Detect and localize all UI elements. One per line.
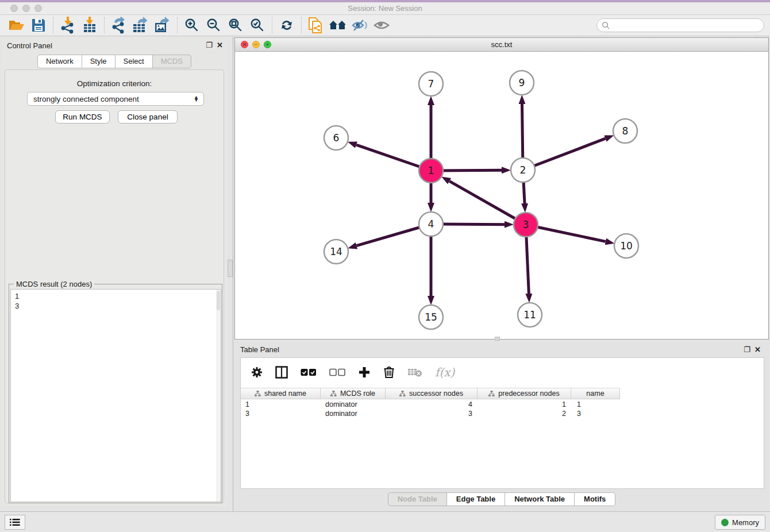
zoom-selected-icon[interactable] [247,16,268,34]
column-type-icon [330,391,337,397]
graph-edge-3-1[interactable] [449,181,526,225]
criterion-select[interactable]: strongly connected component ▲▼ [27,92,204,106]
tab-network-table[interactable]: Network Table [505,492,575,506]
export-image-icon[interactable] [152,16,174,34]
memory-button[interactable]: Memory [715,515,765,530]
table-row[interactable]: 1 dominator 4 1 1 [241,400,620,410]
new-network-from-selection-icon[interactable] [305,16,327,34]
column-header-mcds-role[interactable]: MCDS role [321,388,386,399]
tab-style[interactable]: Style [82,55,116,68]
show-graphics-details-icon[interactable] [371,16,392,34]
column-type-icon [255,391,261,397]
graph-node-label-15: 15 [425,311,437,323]
tab-select[interactable]: Select [116,55,153,68]
network-view-window: ✕ − + scc.txt 7968124314101511 [234,37,769,340]
result-scrollbar[interactable] [216,290,221,502]
import-table-icon[interactable] [79,16,101,34]
select-all-icon[interactable] [301,368,317,376]
hide-graphics-details-icon[interactable] [349,16,371,34]
main-toolbar [0,15,770,36]
tab-mcds[interactable]: MCDS [153,55,191,68]
graph-node-label-6: 6 [333,132,340,144]
close-panel-button[interactable]: Close panel [118,110,178,124]
float-table-panel-icon[interactable]: ❐ [744,345,750,354]
mcds-result-line: 1 [15,291,221,301]
control-panel: Control Panel ❐ ✕ Network Style Select M… [1,37,228,507]
network-canvas[interactable]: 7968124314101511 [235,52,768,339]
control-panel-tabs: Network Style Select MCDS [1,55,228,68]
network-graph[interactable]: 7968124314101511 [235,52,768,339]
tab-edge-table[interactable]: Edge Table [447,492,505,506]
mcds-result-line: 3 [15,301,221,311]
zoom-fit-icon[interactable] [225,16,247,34]
close-table-panel-icon[interactable]: ✕ [754,345,761,354]
result-scrollbar-thumb[interactable] [217,291,220,310]
network-minimize-button[interactable]: − [252,41,260,48]
panel-divider [233,37,233,511]
delete-table-icon[interactable] [407,367,422,377]
close-panel-icon[interactable]: ✕ [217,41,223,49]
mcds-result-group-title: MCDS result (2 nodes) [14,280,94,288]
task-history-button[interactable] [5,515,25,530]
open-file-icon[interactable] [6,16,28,34]
search-input[interactable] [610,21,754,30]
column-header-shared-name[interactable]: shared name [241,388,321,399]
graph-node-label-1: 1 [428,165,434,176]
table-panel-title: Table Panel [240,345,279,354]
graph-node-label-4: 4 [428,218,434,230]
memory-status-icon [721,519,729,526]
export-network-icon[interactable] [108,16,130,34]
window-minimize-button[interactable] [22,5,30,12]
network-maximize-button[interactable]: + [264,41,271,48]
float-panel-icon[interactable]: ❐ [206,41,213,49]
add-column-icon[interactable] [358,366,371,379]
delete-columns-icon[interactable] [383,366,395,379]
status-bar: Memory [0,511,770,532]
save-session-icon[interactable] [28,16,49,34]
table-header-row: shared name MCDS role successor nodes pr… [241,388,620,399]
panel-divider-handle[interactable] [228,260,233,277]
graph-node-label-9: 9 [519,77,525,88]
show-columns-icon[interactable] [275,366,288,379]
toolbar-separator [272,17,272,33]
network-window-title: scc.txt [235,38,768,51]
node-table-container: f(x) shared name MCDS role successor nod… [240,357,764,489]
graph-node-label-10: 10 [620,240,633,252]
column-header-name[interactable]: name [571,388,620,399]
table-panel: Table Panel ❐ ✕ f(x) [234,342,769,511]
window-zoom-button[interactable] [34,5,42,12]
toolbar-separator [177,17,178,33]
mcds-result-group: MCDS result (2 nodes) 1 3 [9,284,222,503]
deselect-all-icon[interactable] [329,368,345,376]
table-panel-tabs: Node Table Edge Table Network Table Moti… [234,492,769,506]
mcds-result-list[interactable]: 1 3 [10,289,221,502]
graph-node-label-2: 2 [520,164,526,176]
tab-network[interactable]: Network [37,55,82,68]
function-builder-icon[interactable]: f(x) [435,365,455,379]
column-type-icon [399,391,406,397]
tab-motifs[interactable]: Motifs [575,492,615,506]
network-close-button[interactable]: ✕ [241,41,248,48]
import-network-icon[interactable] [57,16,79,34]
window-close-button[interactable] [10,5,18,12]
memory-label: Memory [732,518,759,527]
zoom-in-icon[interactable] [181,16,203,34]
table-row[interactable]: 3 dominator 3 2 3 [241,410,620,419]
first-neighbors-icon[interactable] [327,16,349,34]
app-titlebar: Session: New Session [0,2,770,15]
tab-node-table[interactable]: Node Table [388,492,447,506]
zoom-out-icon[interactable] [203,16,225,34]
split-pane-handle[interactable] [495,337,500,341]
select-stepper-icon: ▲▼ [194,96,199,102]
column-header-successor-nodes[interactable]: successor nodes [386,388,478,399]
export-table-icon[interactable] [130,16,152,34]
toolbar-separator [53,17,53,33]
graph-edge-2-8[interactable] [523,138,605,170]
graph-node-label-11: 11 [523,309,536,321]
window-title: Session: New Session [0,2,770,15]
run-mcds-button[interactable]: Run MCDS [55,110,110,124]
refresh-icon[interactable] [276,16,298,34]
column-header-predecessor-nodes[interactable]: predecessor nodes [478,388,571,399]
table-mode-gear-icon[interactable] [251,367,263,378]
search-box[interactable] [596,18,764,32]
